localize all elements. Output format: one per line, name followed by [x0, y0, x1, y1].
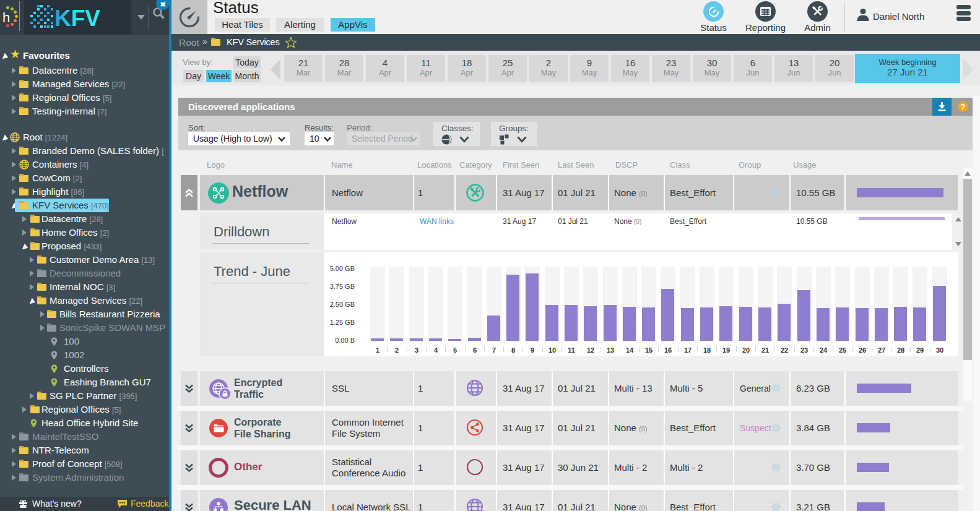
- svg-text:KFV: KFV: [54, 6, 100, 30]
